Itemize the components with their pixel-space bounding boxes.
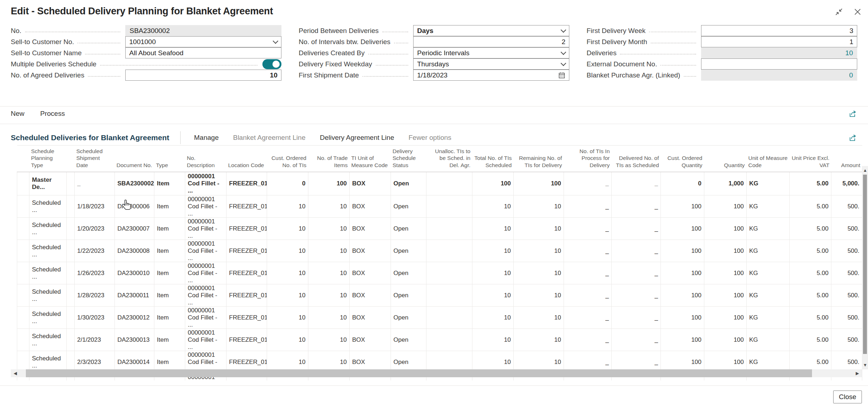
cell-tradeItems[interactable]: 10 bbox=[308, 218, 350, 240]
cell-tiUom[interactable]: BOX bbox=[350, 307, 391, 329]
cell-tradeItems[interactable]: 100 bbox=[308, 172, 350, 195]
cell-noDesc[interactable]: 00000001 Cod Fillet - ... bbox=[185, 262, 227, 284]
cell-remaining[interactable]: 10 bbox=[514, 307, 564, 329]
menu-fewer-options[interactable]: Fewer options bbox=[409, 134, 451, 142]
cell-type[interactable]: Item bbox=[154, 307, 185, 329]
cell-docNo[interactable]: DA2300013 bbox=[115, 329, 154, 351]
cell-amount[interactable]: 500. bbox=[831, 307, 862, 329]
cell-inProcess[interactable]: _ bbox=[564, 218, 612, 240]
cell-docNo[interactable]: DA2300008 bbox=[115, 240, 154, 262]
col-header-type[interactable]: Type bbox=[154, 146, 185, 172]
cell-custQty[interactable]: 100 bbox=[661, 240, 704, 262]
cell-noDesc[interactable]: 00000001 Cod Fillet - ... bbox=[185, 240, 227, 262]
first-delivery-month-input[interactable]: 1 bbox=[701, 36, 857, 47]
cell-locCode[interactable]: FREEZER_01 bbox=[227, 218, 267, 240]
cell-noDesc[interactable]: 00000001 Cod Fillet - ... bbox=[185, 195, 227, 218]
cell-qty[interactable]: 100 bbox=[704, 329, 747, 351]
cell-remaining[interactable]: 10 bbox=[514, 195, 564, 218]
cell-custTis[interactable]: 10 bbox=[267, 195, 308, 218]
chevron-down-icon[interactable] bbox=[561, 60, 566, 66]
cell-planType[interactable]: Scheduled ... bbox=[29, 329, 67, 351]
cell-price[interactable]: 5.00 bbox=[790, 172, 831, 195]
cell-unalloc[interactable] bbox=[426, 284, 472, 307]
cell-delivered[interactable]: _ bbox=[612, 329, 661, 351]
cell-amount[interactable]: 500. bbox=[831, 262, 862, 284]
col-header-totalSched[interactable]: Total No. of TIs Scheduled bbox=[472, 146, 514, 172]
col-header-docNo[interactable]: Document No. bbox=[115, 146, 154, 172]
close-window-icon[interactable] bbox=[852, 6, 863, 17]
delivery-fixed-weekday-input[interactable]: Thursdays bbox=[413, 58, 569, 70]
cell-type[interactable]: Item bbox=[154, 240, 185, 262]
share-icon[interactable] bbox=[849, 133, 857, 142]
no-of-intervals-btw-deliveries-input[interactable]: 2 bbox=[413, 36, 569, 47]
col-header-locCode[interactable]: Location Code bbox=[227, 146, 267, 172]
calendar-icon[interactable] bbox=[558, 72, 565, 79]
cell-custTis[interactable]: 10 bbox=[267, 218, 308, 240]
cell-shipDate[interactable]: 1/18/2023 bbox=[75, 195, 115, 218]
cell-tiUom[interactable]: BOX bbox=[350, 240, 391, 262]
cell-locCode[interactable]: FREEZER_01 bbox=[227, 262, 267, 284]
cell-qty[interactable]: 100 bbox=[704, 195, 747, 218]
period-between-deliveries-input[interactable]: Days bbox=[413, 25, 569, 36]
cell-unalloc[interactable] bbox=[426, 307, 472, 329]
cell-inProcess[interactable]: _ bbox=[564, 195, 612, 218]
cell-type[interactable]: Item bbox=[154, 284, 185, 307]
cell-planType[interactable]: Scheduled ... bbox=[29, 195, 67, 218]
cell-uom[interactable]: KG bbox=[747, 218, 790, 240]
cell-custQty[interactable]: 100 bbox=[661, 307, 704, 329]
cell-custTis[interactable]: 10 bbox=[267, 307, 308, 329]
col-header-custTis[interactable]: Cust. Ordered No. of TIs bbox=[267, 146, 308, 172]
cell-uom[interactable]: KG bbox=[747, 172, 790, 195]
cell-inProcess[interactable]: _ bbox=[564, 307, 612, 329]
cell-inProcess[interactable]: _ bbox=[564, 240, 612, 262]
scroll-right-icon[interactable]: ▶ bbox=[856, 371, 859, 375]
first-shipment-date-input[interactable]: 1/18/2023 bbox=[413, 70, 569, 81]
horizontal-scrollbar-thumb[interactable] bbox=[26, 369, 812, 377]
cell-uom[interactable]: KG bbox=[747, 307, 790, 329]
cell-unalloc[interactable] bbox=[426, 329, 472, 351]
cell-planType[interactable]: Scheduled ... bbox=[29, 218, 67, 240]
cell-uom[interactable]: KG bbox=[747, 284, 790, 307]
col-header-expand[interactable] bbox=[67, 146, 75, 172]
col-header-sel[interactable] bbox=[17, 146, 29, 172]
cell-status[interactable]: Open bbox=[391, 329, 426, 351]
cell-status[interactable]: Open bbox=[391, 218, 426, 240]
cell-locCode[interactable]: FREEZER_01 bbox=[227, 172, 267, 195]
cell-custQty[interactable]: 100 bbox=[661, 218, 704, 240]
cell-unalloc[interactable] bbox=[426, 172, 472, 195]
cell-status[interactable]: Open bbox=[391, 262, 426, 284]
cell-inProcess[interactable]: _ bbox=[564, 262, 612, 284]
cell-shipDate[interactable]: 2/1/2023 bbox=[75, 329, 115, 351]
cell-custTis[interactable]: 0 bbox=[267, 172, 308, 195]
cell-noDesc[interactable]: 00000001 Cod Fillet - ... bbox=[185, 307, 227, 329]
first-delivery-week-input[interactable]: 3 bbox=[701, 25, 857, 36]
cell-amount[interactable]: 5,000. bbox=[831, 172, 862, 195]
cell-totalSched[interactable]: 10 bbox=[472, 307, 514, 329]
col-header-custQty[interactable]: Cust. Ordered Quantity bbox=[661, 146, 704, 172]
cell-price[interactable]: 5.00 bbox=[790, 307, 831, 329]
scroll-up-icon[interactable]: ▲ bbox=[863, 168, 867, 172]
cell-planType[interactable]: Scheduled ... bbox=[29, 240, 67, 262]
cell-tiUom[interactable]: BOX bbox=[350, 172, 391, 195]
cell-tradeItems[interactable]: 10 bbox=[308, 262, 350, 284]
cell-planType[interactable]: Scheduled ... bbox=[29, 307, 67, 329]
cell-price[interactable]: 5.00 bbox=[790, 240, 831, 262]
col-header-qty[interactable]: Quantity bbox=[704, 146, 747, 172]
cell-locCode[interactable]: FREEZER_01 bbox=[227, 329, 267, 351]
cell-noDesc[interactable]: 00000001 Cod Fillet - ... bbox=[185, 284, 227, 307]
cell-qty[interactable]: 1,000 bbox=[704, 172, 747, 195]
cell-noDesc[interactable]: 00000001 Cod Fillet - ... bbox=[185, 172, 227, 195]
cell-shipDate[interactable]: 1/26/2023 bbox=[75, 262, 115, 284]
horizontal-scrollbar[interactable]: ◀ ▶ bbox=[11, 369, 862, 377]
cell-status[interactable]: Open bbox=[391, 195, 426, 218]
cell-tradeItems[interactable]: 10 bbox=[308, 307, 350, 329]
cell-locCode[interactable]: FREEZER_01 bbox=[227, 284, 267, 307]
cell-qty[interactable]: 100 bbox=[704, 284, 747, 307]
cell-tiUom[interactable]: BOX bbox=[350, 329, 391, 351]
chevron-down-icon[interactable] bbox=[561, 27, 566, 33]
cell-amount[interactable]: 500. bbox=[831, 240, 862, 262]
cell-price[interactable]: 5.00 bbox=[790, 262, 831, 284]
cell-custQty[interactable]: 100 bbox=[661, 329, 704, 351]
col-header-tiUom[interactable]: TI Unit of Measure Code bbox=[350, 146, 391, 172]
cell-tradeItems[interactable]: 10 bbox=[308, 284, 350, 307]
